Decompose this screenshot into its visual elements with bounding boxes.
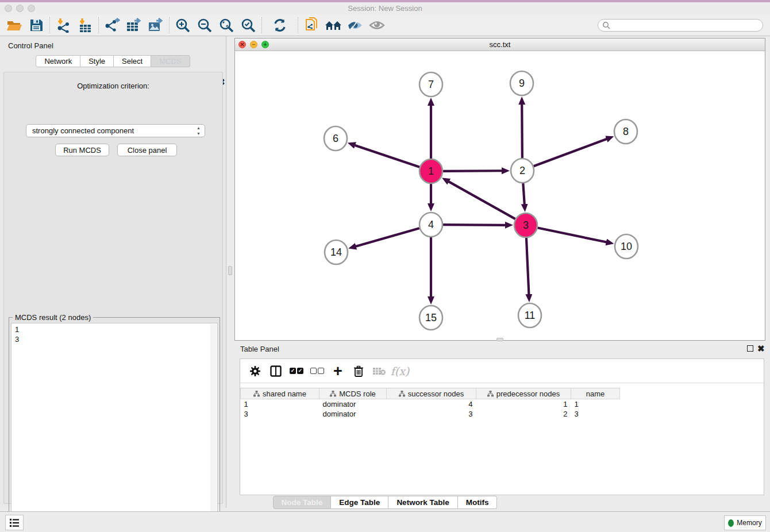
app-titlebar[interactable]: Session: New Session: [0, 2, 770, 15]
export-network-button[interactable]: [101, 16, 123, 34]
zoom-window-button[interactable]: [28, 5, 35, 12]
list-icon: [9, 518, 20, 527]
column-header-name[interactable]: name: [571, 388, 620, 399]
search-icon: [602, 21, 610, 29]
cell-shared-name[interactable]: 3: [241, 409, 319, 419]
cell-predecessor-nodes[interactable]: 2: [476, 409, 571, 419]
tab-node-table[interactable]: Node Table: [273, 496, 332, 509]
zoom-selected-button[interactable]: [237, 16, 259, 34]
task-history-button[interactable]: [5, 515, 24, 530]
cell-name[interactable]: 1: [571, 399, 620, 409]
fx-icon: f(x): [391, 365, 410, 377]
graph-edge-2-9[interactable]: [522, 104, 522, 158]
zoom-in-button[interactable]: [172, 16, 194, 34]
float-table-panel-icon[interactable]: [747, 345, 753, 352]
cell-mcds-role[interactable]: dominator: [319, 409, 387, 419]
import-network-button[interactable]: [52, 16, 74, 34]
tab-style[interactable]: Style: [80, 55, 114, 67]
toolbar-separator: [298, 17, 298, 33]
close-window-button[interactable]: [5, 5, 12, 12]
open-file-button[interactable]: [3, 16, 25, 34]
graph-node-label-2: 2: [519, 165, 525, 176]
tab-network-table[interactable]: Network Table: [388, 496, 457, 509]
tab-edge-table[interactable]: Edge Table: [331, 496, 388, 509]
criterion-select[interactable]: strongly connected component ▲▼: [26, 124, 205, 137]
checked-box-icon: ✓: [297, 368, 303, 374]
graph-node-label-11: 11: [525, 310, 536, 321]
plus-icon: +: [333, 365, 342, 377]
graph-edge-2-3[interactable]: [523, 183, 524, 205]
cell-successor-nodes[interactable]: 4: [387, 399, 476, 409]
graph-edge-2-8[interactable]: [534, 139, 607, 167]
cell-shared-name[interactable]: 1: [241, 399, 319, 409]
import-table-button[interactable]: [74, 16, 96, 34]
tab-select[interactable]: Select: [114, 55, 151, 67]
node-table: shared name MCDS role successor nodes pr…: [240, 388, 764, 419]
close-table-panel-icon[interactable]: ✖: [757, 345, 765, 352]
table-options-button[interactable]: [245, 361, 265, 381]
export-image-button[interactable]: [145, 16, 167, 34]
export-network-icon: [104, 18, 120, 33]
show-columns-button[interactable]: [265, 361, 286, 381]
vertical-splitter-grip[interactable]: [228, 266, 232, 275]
maximize-network-button[interactable]: +: [261, 41, 269, 48]
memory-label: Memory: [737, 519, 761, 527]
table-row[interactable]: 3 dominator 3 2 3: [241, 409, 764, 419]
graph-edge-4-3[interactable]: [443, 225, 506, 225]
tab-mcds[interactable]: MCDS: [151, 55, 190, 67]
export-table-button[interactable]: [123, 16, 145, 34]
gear-icon: [249, 365, 261, 377]
clear-all-checkboxes-button[interactable]: [307, 361, 328, 381]
delete-table-icon: [372, 367, 386, 376]
graph-edge-4-14[interactable]: [356, 228, 419, 246]
criterion-value: strongly connected component: [32, 126, 134, 135]
save-session-button[interactable]: [25, 16, 47, 34]
refresh-button[interactable]: [269, 16, 291, 34]
clone-network-button[interactable]: [301, 16, 322, 34]
tab-network[interactable]: Network: [36, 55, 80, 67]
cell-name[interactable]: 3: [571, 409, 620, 419]
close-panel-button[interactable]: Close panel: [117, 144, 177, 156]
column-header-successor-nodes[interactable]: successor nodes: [387, 388, 476, 399]
horizontal-splitter-grip[interactable]: [496, 338, 503, 341]
cell-predecessor-nodes[interactable]: 1: [476, 399, 571, 409]
column-header-predecessor-nodes[interactable]: predecessor nodes: [476, 388, 571, 399]
search-input[interactable]: [598, 19, 763, 32]
run-mcds-button[interactable]: Run MCDS: [55, 144, 109, 156]
graph-edge-3-10[interactable]: [538, 228, 607, 242]
graph-edge-3-11[interactable]: [526, 238, 529, 295]
function-builder-button[interactable]: f(x): [390, 361, 410, 381]
cell-mcds-role[interactable]: dominator: [319, 399, 387, 409]
hide-details-button[interactable]: [344, 16, 366, 34]
hierarchy-icon: [399, 391, 405, 397]
show-details-button[interactable]: [366, 16, 388, 34]
delete-table-button[interactable]: [369, 361, 390, 381]
graph-node-label-3: 3: [523, 219, 529, 231]
select-all-checkboxes-button[interactable]: ✓ ✓: [286, 361, 307, 381]
graph-edge-3-1[interactable]: [448, 182, 515, 219]
memory-button[interactable]: Memory: [724, 515, 766, 530]
application-window: Session: New Session: [0, 0, 770, 532]
minimize-window-button[interactable]: [16, 5, 24, 12]
zoom-fit-button[interactable]: [215, 16, 237, 34]
graph-edge-1-2[interactable]: [443, 171, 502, 171]
network-canvas[interactable]: 7968124314101511: [235, 51, 765, 340]
network-window-titlebar[interactable]: ✕ − + scc.txt: [235, 38, 765, 51]
close-network-button[interactable]: ✕: [238, 41, 246, 48]
tab-motifs[interactable]: Motifs: [458, 496, 498, 509]
table-header-row: shared name MCDS role successor nodes pr…: [241, 388, 764, 399]
minimize-network-button[interactable]: −: [250, 41, 257, 48]
graph-edge-1-6[interactable]: [355, 145, 419, 167]
graph-node-label-15: 15: [425, 312, 437, 323]
add-column-button[interactable]: +: [328, 361, 348, 381]
cell-successor-nodes[interactable]: 3: [387, 409, 476, 419]
checked-box-icon: ✓: [290, 368, 296, 374]
table-row[interactable]: 1 dominator 4 1 1: [241, 399, 764, 409]
delete-column-button[interactable]: [348, 361, 369, 381]
column-header-shared-name[interactable]: shared name: [241, 388, 319, 399]
column-header-mcds-role[interactable]: MCDS role: [319, 388, 387, 399]
zoom-out-button[interactable]: [194, 16, 215, 34]
network-overview-button[interactable]: [322, 16, 344, 34]
main-toolbar: [0, 15, 770, 36]
unchecked-box-icon: [318, 368, 324, 374]
